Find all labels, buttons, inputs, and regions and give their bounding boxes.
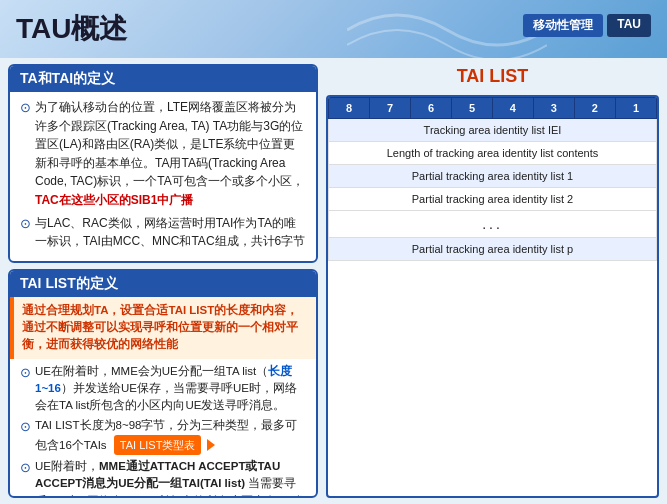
row-dots: ... <box>329 211 657 238</box>
tai-bullet-1: ⊙ UE在附着时，MME会为UE分配一组TA list（长度1~16）并发送给U… <box>20 363 306 415</box>
ta-bullet-2-text: 与LAC、RAC类似，网络运营时用TAI作为TA的唯一标识，TAI由MCC、MN… <box>35 214 306 251</box>
col-2: 2 <box>574 98 615 119</box>
col-3: 3 <box>533 98 574 119</box>
table-row: Partial tracking area identity list 1 <box>329 165 657 188</box>
row-partial-p: Partial tracking area identity list p <box>329 238 657 261</box>
table-header-row: 8 7 6 5 4 3 2 1 <box>329 98 657 119</box>
tai-list-label: TAI LIST <box>326 64 659 89</box>
col-5: 5 <box>451 98 492 119</box>
tai-bullet-icon-3: ⊙ <box>20 458 31 478</box>
ta-section: TA和TAI的定义 ⊙ 为了确认移动台的位置，LTE网络覆盖区将被分为许多个跟踪… <box>8 64 318 263</box>
table-row: Tracking area identity list IEI <box>329 119 657 142</box>
ta-section-body: ⊙ 为了确认移动台的位置，LTE网络覆盖区将被分为许多个跟踪区(Tracking… <box>10 92 316 261</box>
header-badges: 移动性管理 TAU <box>523 14 651 37</box>
tai-list-notice: 通过合理规划TA，设置合适TAI LIST的长度和内容，通过不断调整可以实现寻呼… <box>10 297 316 359</box>
ta-section-title: TA和TAI的定义 <box>20 70 115 88</box>
row-partial1: Partial tracking area identity list 1 <box>329 165 657 188</box>
left-panel: TA和TAI的定义 ⊙ 为了确认移动台的位置，LTE网络覆盖区将被分为许多个跟踪… <box>8 64 318 498</box>
col-1: 1 <box>615 98 656 119</box>
tai-list-tag-arrow <box>207 439 215 451</box>
tai-bullet-2: ⊙ TAI LIST长度为8~98字节，分为三种类型，最多可包含16个TAIs … <box>20 417 306 455</box>
tai-table-wrap: 8 7 6 5 4 3 2 1 Tracking area identity l… <box>326 95 659 498</box>
tai-list-section-title: TAI LIST的定义 <box>20 275 118 291</box>
badge-mobility: 移动性管理 <box>523 14 603 37</box>
ta-bullet-1: ⊙ 为了确认移动台的位置，LTE网络覆盖区将被分为许多个跟踪区(Tracking… <box>20 98 306 210</box>
tai-list-type-tag[interactable]: TAI LIST类型表 <box>114 435 202 456</box>
length-highlight: 长度1~16 <box>35 365 292 394</box>
tai-bullet-1-text: UE在附着时，MME会为UE分配一组TA list（长度1~16）并发送给UE保… <box>35 363 306 415</box>
tai-bullet-2-text: TAI LIST长度为8~98字节，分为三种类型，最多可包含16个TAIs TA… <box>35 417 306 455</box>
ta-bullet-2: ⊙ 与LAC、RAC类似，网络运营时用TAI作为TA的唯一标识，TAI由MCC、… <box>20 214 306 251</box>
tai-list-body: ⊙ UE在附着时，MME会为UE分配一组TA list（长度1~16）并发送给U… <box>10 359 316 499</box>
highlight-tac: TAC在这些小区的SIB1中广播 <box>35 193 193 207</box>
badge-tau: TAU <box>607 14 651 37</box>
tai-bullet-3-text: UE附着时，MME通过ATTACH ACCEPT或TAU ACCEPT消息为UE… <box>35 458 306 498</box>
row-length: Length of tracking area identity list co… <box>329 142 657 165</box>
row-partial2: Partial tracking area identity list 2 <box>329 188 657 211</box>
col-8: 8 <box>329 98 370 119</box>
row-iei: Tracking area identity list IEI <box>329 119 657 142</box>
tai-bullet-icon-2: ⊙ <box>20 417 31 437</box>
bullet-icon-2: ⊙ <box>20 214 31 234</box>
right-panel: TAI LIST 8 7 6 5 4 3 2 1 <box>326 64 659 498</box>
ta-bullet-1-text: 为了确认移动台的位置，LTE网络覆盖区将被分为许多个跟踪区(Tracking A… <box>35 98 306 210</box>
table-row: Partial tracking area identity list p <box>329 238 657 261</box>
table-row: Length of tracking area identity list co… <box>329 142 657 165</box>
table-row-dots: ... <box>329 211 657 238</box>
tai-list-section-header: TAI LIST的定义 <box>10 271 316 297</box>
table-row: Partial tracking area identity list 2 <box>329 188 657 211</box>
tai-table: 8 7 6 5 4 3 2 1 Tracking area identity l… <box>328 97 657 261</box>
col-4: 4 <box>492 98 533 119</box>
tai-list-section: TAI LIST的定义 通过合理规划TA，设置合适TAI LIST的长度和内容，… <box>8 269 318 498</box>
col-7: 7 <box>369 98 410 119</box>
tai-attach-highlight: MME通过ATTACH ACCEPT或TAU ACCEPT消息为UE分配一组TA… <box>35 460 280 489</box>
tai-bullet-3: ⊙ UE附着时，MME通过ATTACH ACCEPT或TAU ACCEPT消息为… <box>20 458 306 498</box>
bullet-icon-1: ⊙ <box>20 98 31 118</box>
col-6: 6 <box>410 98 451 119</box>
ta-section-header: TA和TAI的定义 <box>10 66 316 92</box>
main-content: TA和TAI的定义 ⊙ 为了确认移动台的位置，LTE网络覆盖区将被分为许多个跟踪… <box>0 58 667 504</box>
tai-bullet-icon-1: ⊙ <box>20 363 31 383</box>
header: TAU概述 移动性管理 TAU <box>0 0 667 58</box>
